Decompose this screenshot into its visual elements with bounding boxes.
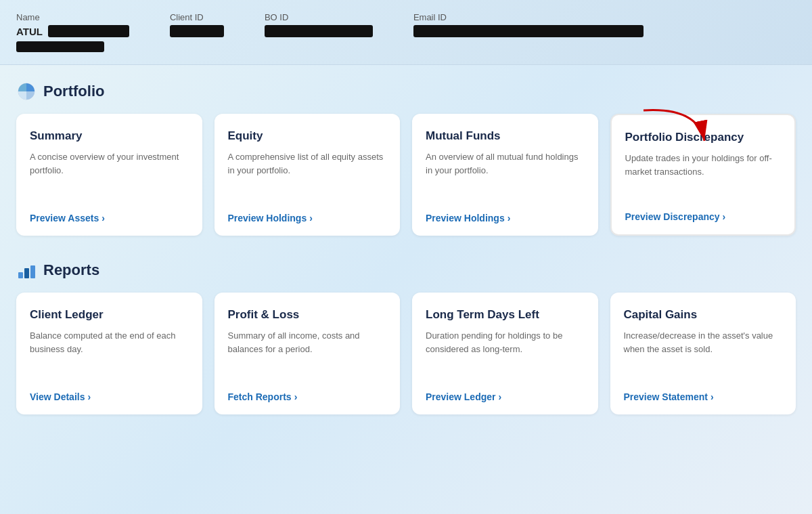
name-value: ATUL [16, 26, 43, 37]
portfolio-section-title: Portfolio [43, 83, 104, 100]
svg-rect-4 [30, 265, 35, 278]
svg-rect-2 [18, 272, 23, 278]
capital-gains-card-title: Capital Gains [624, 307, 783, 322]
svg-rect-3 [24, 268, 29, 278]
name-value-row: ATUL [16, 25, 129, 37]
header-section: Name ATUL Client ID BO ID Email ID [0, 0, 812, 65]
preview-assets-link[interactable]: Preview Assets › [30, 213, 189, 223]
email-id-field-group: Email ID [413, 12, 644, 37]
equity-card: Equity A comprehensive list of all equit… [215, 114, 401, 236]
name-label: Name [16, 12, 129, 22]
preview-ledger-link[interactable]: Preview Ledger › [426, 391, 585, 402]
equity-preview-holdings-link[interactable]: Preview Holdings › [228, 213, 387, 223]
reports-section: Reports Client Ledger Balance computed a… [16, 260, 796, 414]
email-id-redacted [413, 25, 644, 37]
equity-card-title: Equity [228, 129, 387, 144]
portfolio-discrepancy-card-title: Portfolio Discrepancy [625, 130, 782, 145]
reports-icon [16, 260, 37, 280]
client-ledger-card-description: Balance computed at the end of each busi… [30, 329, 189, 379]
summary-card-title: Summary [30, 129, 189, 144]
client-id-label: Client ID [170, 12, 224, 22]
portfolio-icon [16, 81, 37, 102]
summary-card-description: A concise overview of your investment po… [30, 150, 189, 200]
capital-gains-card-description: Increase/decrease in the asset's value w… [624, 329, 783, 379]
mutual-funds-card-description: An overview of all mutual fund holdings … [426, 150, 585, 200]
name-redacted-2 [16, 41, 104, 52]
summary-card: Summary A concise overview of your inves… [16, 114, 202, 236]
portfolio-section-header: Portfolio [16, 81, 796, 102]
long-term-card-title: Long Term Days Left [426, 307, 585, 322]
reports-section-header: Reports [16, 260, 796, 280]
preview-discrepancy-link[interactable]: Preview Discrepancy › [625, 211, 782, 222]
portfolio-discrepancy-card: Portfolio Discrepancy Update trades in y… [610, 114, 796, 236]
mutual-funds-preview-holdings-link[interactable]: Preview Holdings › [426, 213, 585, 223]
reports-section-title: Reports [43, 261, 99, 279]
profit-loss-card-description: Summary of all income, costs and balance… [228, 329, 387, 379]
reports-cards-grid: Client Ledger Balance computed at the en… [16, 293, 796, 414]
portfolio-discrepancy-card-description: Update trades in your holdings for off-m… [625, 152, 782, 199]
bo-id-field-group: BO ID [265, 12, 373, 37]
portfolio-cards-wrapper: Summary A concise overview of your inves… [16, 114, 796, 236]
client-id-field-group: Client ID [170, 12, 224, 37]
preview-statement-link[interactable]: Preview Statement › [624, 391, 783, 402]
profit-loss-card: Profit & Loss Summary of all income, cos… [215, 293, 401, 414]
name-field-group: Name ATUL [16, 12, 129, 52]
portfolio-section: Portfolio Summary A concise overview of … [16, 81, 796, 236]
long-term-card-description: Duration pending for holdings to be cons… [426, 329, 585, 379]
name-redacted [48, 25, 129, 37]
client-ledger-card-title: Client Ledger [30, 307, 189, 322]
bo-id-label: BO ID [265, 12, 373, 22]
header-fields: Name ATUL Client ID BO ID Email ID [16, 12, 796, 52]
client-ledger-card: Client Ledger Balance computed at the en… [16, 293, 202, 414]
main-content: Portfolio Summary A concise overview of … [0, 65, 812, 455]
mutual-funds-card-title: Mutual Funds [426, 129, 585, 144]
email-id-label: Email ID [413, 12, 644, 22]
long-term-card: Long Term Days Left Duration pending for… [412, 293, 598, 414]
fetch-reports-link[interactable]: Fetch Reports › [228, 391, 387, 402]
mutual-funds-card: Mutual Funds An overview of all mutual f… [412, 114, 598, 236]
bo-id-redacted [265, 25, 373, 37]
equity-card-description: A comprehensive list of all equity asset… [228, 150, 387, 200]
client-id-redacted [170, 25, 224, 37]
view-details-link[interactable]: View Details › [30, 391, 189, 402]
capital-gains-card: Capital Gains Increase/decrease in the a… [610, 293, 796, 414]
portfolio-cards-grid: Summary A concise overview of your inves… [16, 114, 796, 236]
profit-loss-card-title: Profit & Loss [228, 307, 387, 322]
